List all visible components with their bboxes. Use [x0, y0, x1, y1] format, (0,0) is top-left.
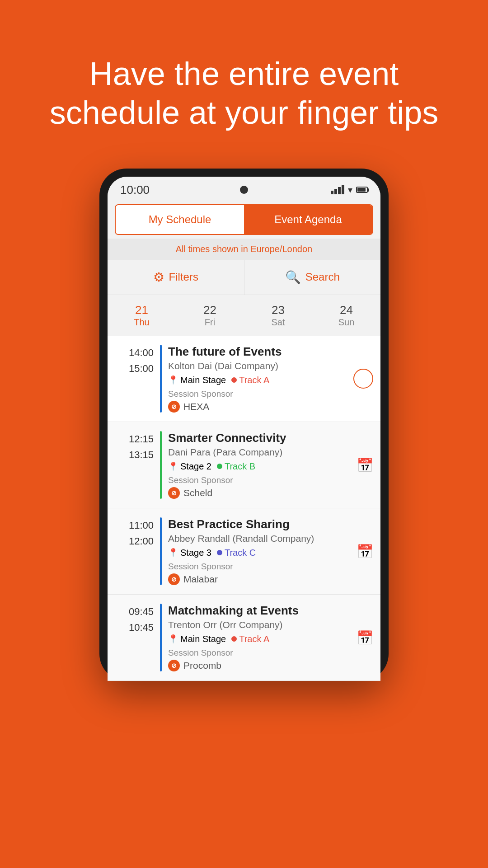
hero-title: Have the entire event schedule at your f… — [27, 54, 461, 132]
session-item-3[interactable]: 11:00 12:00 Best Practice Sharing Abbey … — [108, 508, 380, 595]
session-track-1: Track A — [231, 375, 269, 385]
session-speaker-3: Abbey Randall (Randall Company) — [168, 533, 373, 544]
filter-button[interactable]: ⚙ Filters — [108, 260, 244, 295]
session-track-3: Track C — [217, 548, 256, 558]
calendar-icon-2[interactable]: 📅 — [357, 457, 373, 472]
battery-icon — [356, 187, 368, 193]
filter-search-bar: ⚙ Filters 🔍 Search — [108, 260, 380, 295]
session-item-4[interactable]: 09:45 10:45 Matchmaking at Events Trento… — [108, 595, 380, 681]
sponsor-name-1: ⊘ HEXA — [168, 401, 373, 413]
sponsor-label-2: Session Sponsor — [168, 475, 373, 485]
session-title-4: Matchmaking at Events — [168, 604, 373, 618]
timezone-bar: All times shown in Europe/London — [108, 239, 380, 260]
session-meta-1: 📍 Main Stage Track A — [168, 375, 373, 385]
day-item-thu[interactable]: 21 Thu — [108, 299, 176, 332]
calendar-icon-3[interactable]: 📅 — [357, 544, 373, 558]
session-action-4[interactable]: 📅 — [357, 629, 373, 645]
session-content-2: Smarter Connectivity Dani Para (Para Com… — [168, 431, 373, 499]
session-speaker-4: Trenton Orr (Orr Company) — [168, 619, 373, 630]
phone-outer: 10:00 ▾ — [99, 169, 389, 681]
status-time: 10:00 — [120, 183, 150, 197]
session-content-1: The future of Events Kolton Dai (Dai Com… — [168, 345, 373, 413]
day-item-sun[interactable]: 24 Sun — [312, 299, 380, 332]
session-border-1 — [160, 345, 162, 413]
status-icons: ▾ — [331, 184, 368, 195]
sponsor-icon-2: ⊘ — [168, 487, 180, 499]
session-location-3: 📍 Stage 3 — [168, 548, 211, 558]
tab-bar: My Schedule Event Agenda — [115, 204, 373, 235]
day-item-fri[interactable]: 22 Fri — [176, 299, 244, 332]
sponsor-name-4: ⊘ Procomb — [168, 660, 373, 671]
phone-mockup: 10:00 ▾ — [0, 169, 488, 681]
sponsor-name-3: ⊘ Malabar — [168, 573, 373, 585]
session-location-1: 📍 Main Stage — [168, 375, 226, 385]
phone-inner: 10:00 ▾ — [108, 177, 380, 681]
sponsor-icon-1: ⊘ — [168, 401, 180, 413]
sponsor-label-1: Session Sponsor — [168, 389, 373, 399]
session-title-2: Smarter Connectivity — [168, 431, 373, 445]
hero-section: Have the entire event schedule at your f… — [0, 0, 488, 160]
session-meta-4: 📍 Main Stage Track A — [168, 634, 373, 644]
search-icon: 🔍 — [285, 270, 301, 285]
session-border-3 — [160, 517, 162, 585]
session-title-3: Best Practice Sharing — [168, 517, 373, 531]
session-meta-2: 📍 Stage 2 Track B — [168, 461, 373, 472]
session-content-3: Best Practice Sharing Abbey Randall (Ran… — [168, 517, 373, 585]
day-item-sat[interactable]: 23 Sat — [244, 299, 312, 332]
session-location-4: 📍 Main Stage — [168, 634, 226, 644]
add-circle-button-1[interactable] — [353, 369, 373, 389]
wifi-icon: ▾ — [348, 184, 352, 195]
status-bar: 10:00 ▾ — [108, 177, 380, 201]
tab-event-agenda[interactable]: Event Agenda — [244, 205, 372, 234]
sponsor-icon-4: ⊘ — [168, 660, 180, 671]
session-time-2: 12:15 13:15 — [115, 431, 160, 463]
session-track-4: Track A — [231, 634, 269, 644]
tab-my-schedule[interactable]: My Schedule — [116, 205, 244, 234]
sponsor-label-3: Session Sponsor — [168, 562, 373, 572]
camera-dot — [240, 186, 248, 194]
track-dot-4 — [231, 636, 237, 642]
search-button[interactable]: 🔍 Search — [244, 260, 381, 295]
session-border-4 — [160, 604, 162, 671]
sessions-container: 14:00 15:00 The future of Events Kolton … — [108, 336, 380, 681]
signal-icon — [331, 185, 344, 194]
session-action-2[interactable]: 📅 — [357, 457, 373, 473]
track-dot-2 — [217, 464, 222, 469]
sponsor-icon-3: ⊘ — [168, 573, 180, 585]
location-pin-icon-4: 📍 — [168, 634, 178, 644]
session-meta-3: 📍 Stage 3 Track C — [168, 548, 373, 558]
session-title-1: The future of Events — [168, 345, 373, 359]
filter-icon: ⚙ — [153, 270, 164, 285]
sponsor-label-4: Session Sponsor — [168, 648, 373, 658]
location-pin-icon-2: 📍 — [168, 461, 178, 471]
session-content-4: Matchmaking at Events Trenton Orr (Orr C… — [168, 604, 373, 671]
search-label: Search — [305, 271, 340, 283]
filter-label: Filters — [169, 271, 198, 283]
session-speaker-2: Dani Para (Para Company) — [168, 447, 373, 458]
location-pin-icon-3: 📍 — [168, 548, 178, 558]
session-action-3[interactable]: 📅 — [357, 543, 373, 559]
session-time-3: 11:00 12:00 — [115, 517, 160, 549]
session-track-2: Track B — [217, 461, 255, 472]
location-pin-icon: 📍 — [168, 375, 178, 385]
day-selector: 21 Thu 22 Fri 23 Sat 24 Sun — [108, 295, 380, 336]
session-time-1: 14:00 15:00 — [115, 345, 160, 376]
session-action-1[interactable] — [353, 369, 373, 389]
sponsor-name-2: ⊘ Scheld — [168, 487, 373, 499]
calendar-icon-4[interactable]: 📅 — [357, 630, 373, 645]
session-speaker-1: Kolton Dai (Dai Company) — [168, 361, 373, 371]
session-item-1[interactable]: 14:00 15:00 The future of Events Kolton … — [108, 336, 380, 422]
session-item-2[interactable]: 12:15 13:15 Smarter Connectivity Dani Pa… — [108, 422, 380, 508]
session-time-4: 09:45 10:45 — [115, 604, 160, 635]
track-dot-1 — [231, 377, 237, 383]
session-location-2: 📍 Stage 2 — [168, 461, 211, 472]
track-dot-3 — [217, 550, 222, 555]
session-border-2 — [160, 431, 162, 499]
